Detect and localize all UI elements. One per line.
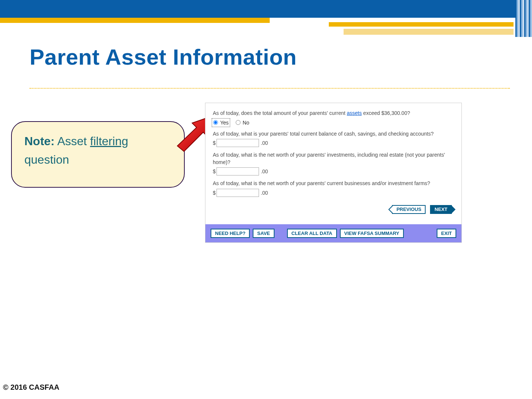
previous-button[interactable]: PREVIOUS	[392, 205, 426, 214]
asset-form-panel: As of today, does the total amount of yo…	[205, 103, 462, 243]
radio-no-input[interactable]	[236, 120, 241, 125]
note-text-2: question	[24, 153, 69, 166]
copyright-text: © 2016 CASFAA	[3, 383, 59, 392]
q1-text-post: exceed $36,300.00?	[362, 110, 410, 116]
note-underlined: filtering	[90, 134, 128, 148]
q4-cents: .00	[261, 190, 268, 196]
question-investments: As of today, what is the net worth of yo…	[213, 151, 454, 175]
q2-dollar-sign: $	[213, 140, 216, 146]
note-label: Note:	[24, 134, 55, 148]
next-button[interactable]: NEXT	[430, 205, 452, 214]
view-fafsa-summary-button[interactable]: VIEW FAFSA SUMMARY	[340, 229, 404, 238]
nav-row: PREVIOUS NEXT	[213, 205, 454, 214]
title-divider	[30, 88, 510, 89]
question-assets-threshold: As of today, does the total amount of yo…	[213, 110, 454, 126]
q1-text-pre: As of today, does the total amount of yo…	[213, 110, 347, 116]
previous-button-label: PREVIOUS	[396, 207, 421, 212]
radio-no[interactable]: No	[236, 120, 249, 126]
q3-cents: .00	[261, 168, 268, 174]
header-right-stripes	[515, 0, 532, 37]
note-text-1: Asset	[55, 134, 90, 148]
clear-all-data-button[interactable]: CLEAR ALL DATA	[287, 229, 337, 238]
q4-dollar-sign: $	[213, 190, 216, 196]
cash-balance-input[interactable]	[216, 139, 259, 147]
radio-no-label: No	[243, 120, 249, 126]
radio-yes[interactable]: Yes	[213, 119, 229, 126]
header-gold-bar-long	[0, 18, 270, 23]
page-title: Parent Asset Information	[30, 44, 297, 70]
save-button[interactable]: SAVE	[253, 229, 274, 238]
q4-text: As of today, what is the net worth of yo…	[213, 180, 454, 187]
exit-button[interactable]: EXIT	[437, 229, 456, 238]
assets-glossary-link[interactable]: assets	[347, 110, 362, 116]
header-blue-band	[0, 0, 532, 18]
need-help-button[interactable]: NEED HELP?	[211, 229, 250, 238]
question-business-farms: As of today, what is the net worth of yo…	[213, 180, 454, 197]
radio-yes-input[interactable]	[213, 120, 218, 125]
radio-yes-label: Yes	[220, 120, 229, 126]
investments-input[interactable]	[216, 167, 259, 175]
q2-text: As of today, what is your parents' total…	[213, 130, 454, 138]
header-gold-bar-short	[329, 22, 514, 27]
note-callout: Note: Asset filtering question	[11, 121, 185, 188]
next-button-label: NEXT	[434, 207, 447, 212]
q2-cents: .00	[261, 140, 268, 146]
question-cash-balance: As of today, what is your parents' total…	[213, 130, 454, 147]
form-bottom-bar: NEED HELP? SAVE CLEAR ALL DATA VIEW FAFS…	[205, 224, 461, 242]
business-farms-input[interactable]	[216, 189, 259, 197]
q3-text: As of today, what is the net worth of yo…	[213, 151, 454, 166]
q3-dollar-sign: $	[213, 168, 216, 174]
header-gold-bar-light	[344, 29, 514, 35]
